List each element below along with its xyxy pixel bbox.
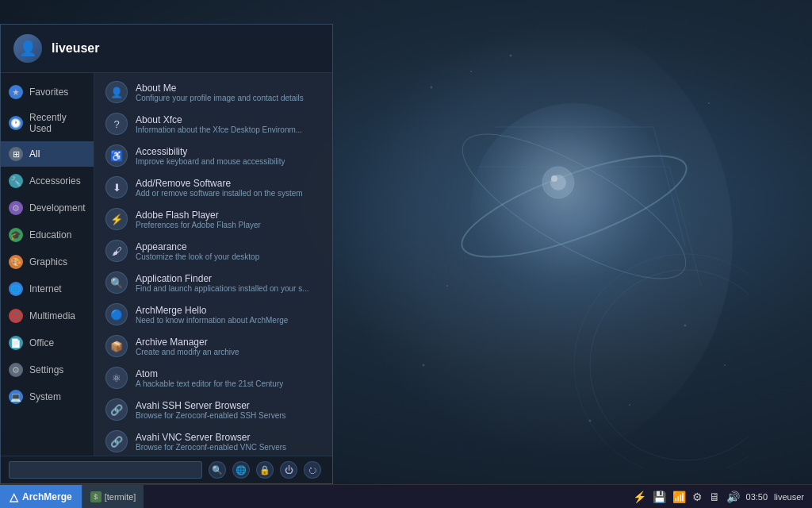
settings-icon[interactable]: ⚙ <box>692 491 703 503</box>
sidebar-item-education[interactable]: 🎓 Education <box>1 222 94 248</box>
sidebar-item-office[interactable]: 📄 Office <box>1 330 94 356</box>
avatar-icon: 👤 <box>19 40 36 57</box>
app-item-appearance[interactable]: 🖌 Appearance Customize the look of your … <box>94 235 332 267</box>
menu-search-bar: 🔍🌐🔒⏻⭮ <box>1 456 332 483</box>
app-text-accessibility: Accessibility Improve keyboard and mouse… <box>136 146 285 166</box>
app-item-archmerge-hello[interactable]: 🔵 ArchMerge Hello Need to know informati… <box>94 298 332 330</box>
sidebar-item-system[interactable]: 💻 System <box>1 384 94 410</box>
app-item-accessibility[interactable]: ♿ Accessibility Improve keyboard and mou… <box>94 140 332 171</box>
app-desc-avahi-vnc: Browse for Zeroconf-enabled VNC Servers <box>136 443 286 452</box>
sidebar-label-favorites: Favorites <box>29 87 68 98</box>
app-desc-adobe-flash-player: Preferences for Adobe Flash Player <box>136 221 261 229</box>
sidebar-item-all[interactable]: ⊞ All <box>1 141 94 167</box>
sidebar-icon-office: 📄 <box>9 336 23 350</box>
taskbar-app-termite[interactable]: $ [termite] <box>82 485 144 508</box>
taskbar-user: liveuser <box>774 492 804 502</box>
start-button[interactable]: △ ArchMerge <box>0 485 82 508</box>
app-item-adobe-flash-player[interactable]: ⚡ Adobe Flash Player Preferences for Ado… <box>94 203 332 235</box>
app-item-avahi-vnc[interactable]: 🔗 Avahi VNC Server Browser Browse for Ze… <box>94 425 332 456</box>
app-icon-avahi-ssh: 🔗 <box>105 398 128 421</box>
sidebar-label-development: Development <box>29 202 86 214</box>
display-icon[interactable]: 🖥 <box>709 491 720 503</box>
app-desc-about-xfce: Information about the Xfce Desktop Envir… <box>136 125 302 134</box>
app-item-application-finder[interactable]: 🔍 Application Finder Find and launch app… <box>94 267 332 298</box>
sidebar-item-recently-used[interactable]: 🕐 Recently Used <box>1 106 94 140</box>
app-title-about-me: About Me <box>136 83 304 94</box>
app-item-add-remove-software[interactable]: ⬇ Add/Remove Software Add or remove soft… <box>94 171 332 203</box>
app-icon-adobe-flash-player: ⚡ <box>105 208 128 230</box>
app-list[interactable]: 👤 About Me Configure your profile image … <box>94 73 332 456</box>
termite-label: [termite] <box>105 492 136 502</box>
svg-point-19 <box>629 404 630 406</box>
svg-point-17 <box>446 285 448 287</box>
application-menu: 👤 liveuser ★ Favorites 🕐 Recently Used ⊞… <box>0 24 333 484</box>
sidebar-item-graphics[interactable]: 🎨 Graphics <box>1 249 94 275</box>
sidebar-item-favorites[interactable]: ★ Favorites <box>1 79 94 105</box>
sidebar-icon-accessories: 🔧 <box>9 174 23 188</box>
app-title-avahi-ssh: Avahi SSH Server Browser <box>136 400 286 411</box>
wifi-btn[interactable]: 🌐 <box>232 461 250 479</box>
app-title-atom: Atom <box>136 368 283 379</box>
svg-point-13 <box>510 55 512 57</box>
sidebar-label-internet: Internet <box>29 283 62 294</box>
app-text-add-remove-software: Add/Remove Software Add or remove softwa… <box>136 178 303 198</box>
lock-btn[interactable]: 🔒 <box>256 461 274 479</box>
app-text-appearance: Appearance Customize the look of your de… <box>136 241 259 261</box>
app-icon-about-xfce: ? <box>105 113 128 135</box>
app-item-atom[interactable]: ⚛ Atom A hackable text editor for the 21… <box>94 362 332 394</box>
app-desc-avahi-ssh: Browse for Zeroconf-enabled SSH Servers <box>136 411 286 420</box>
menu-sidebar: ★ Favorites 🕐 Recently Used ⊞ All 🔧 Acce… <box>1 73 94 456</box>
taskbar-right: ⚡ 💾 📶 ⚙ 🖥 🔊 03:50 liveuser <box>633 491 812 503</box>
user-avatar: 👤 <box>13 34 42 63</box>
app-text-about-me: About Me Configure your profile image an… <box>136 83 304 102</box>
app-item-avahi-ssh[interactable]: 🔗 Avahi SSH Server Browser Browse for Ze… <box>94 394 332 425</box>
app-text-archive-manager: Archive Manager Create and modify an arc… <box>136 337 239 356</box>
search-btn[interactable]: 🔍 <box>209 461 226 479</box>
menu-body: ★ Favorites 🕐 Recently Used ⊞ All 🔧 Acce… <box>1 73 332 456</box>
sidebar-item-settings[interactable]: ⚙ Settings <box>1 357 94 383</box>
app-desc-atom: A hackable text editor for the 21st Cent… <box>136 379 283 388</box>
app-item-about-xfce[interactable]: ? About Xfce Information about the Xfce … <box>94 108 332 140</box>
desktop-artwork <box>352 8 749 468</box>
app-title-archive-manager: Archive Manager <box>136 337 239 348</box>
app-icon-appearance: 🖌 <box>105 240 128 262</box>
sidebar-item-internet[interactable]: 🌐 Internet <box>1 276 94 302</box>
app-icon-archive-manager: 📦 <box>105 335 128 357</box>
username-label: liveuser <box>52 41 99 56</box>
app-item-about-me[interactable]: 👤 About Me Configure your profile image … <box>94 76 332 108</box>
app-desc-accessibility: Improve keyboard and mouse accessibility <box>136 157 285 166</box>
start-icon: △ <box>10 491 18 503</box>
sidebar-icon-internet: 🌐 <box>9 282 23 296</box>
sidebar-item-accessories[interactable]: 🔧 Accessories <box>1 168 94 194</box>
search-input[interactable] <box>9 461 202 479</box>
app-desc-application-finder: Find and launch applications installed o… <box>136 284 308 293</box>
app-icon-accessibility: ♿ <box>105 144 128 167</box>
svg-point-15 <box>684 325 687 327</box>
app-item-archive-manager[interactable]: 📦 Archive Manager Create and modify an a… <box>94 330 332 362</box>
sidebar-label-graphics: Graphics <box>29 256 67 267</box>
app-desc-about-me: Configure your profile image and contact… <box>136 94 304 102</box>
app-desc-appearance: Customize the look of your desktop <box>136 252 259 261</box>
app-title-accessibility: Accessibility <box>136 146 285 157</box>
network-icon[interactable]: 📶 <box>672 491 686 503</box>
sidebar-icon-favorites: ★ <box>9 85 23 99</box>
save-icon[interactable]: 💾 <box>653 491 666 503</box>
app-title-application-finder: Application Finder <box>136 273 308 284</box>
app-icon-about-me: 👤 <box>105 81 128 103</box>
power-btn[interactable]: ⭮ <box>304 461 321 479</box>
app-text-about-xfce: About Xfce Information about the Xfce De… <box>136 114 302 134</box>
volume-icon[interactable]: 🔊 <box>726 491 740 503</box>
logout-btn[interactable]: ⏻ <box>280 461 297 479</box>
sidebar-item-multimedia[interactable]: 🎵 Multimedia <box>1 303 94 329</box>
bluetooth-icon[interactable]: ⚡ <box>633 491 646 503</box>
sidebar-icon-system: 💻 <box>9 390 23 404</box>
app-icon-add-remove-software: ⬇ <box>105 176 128 198</box>
app-icon-archmerge-hello: 🔵 <box>105 303 128 325</box>
sidebar-label-education: Education <box>29 229 71 241</box>
app-title-appearance: Appearance <box>136 241 259 252</box>
sidebar-icon-development: ⚙ <box>9 201 23 215</box>
taskbar: △ ArchMerge $ [termite] ⚡ 💾 📶 ⚙ 🖥 🔊 03:5… <box>0 484 812 508</box>
termite-icon: $ <box>90 491 102 502</box>
app-title-add-remove-software: Add/Remove Software <box>136 178 303 189</box>
sidebar-item-development[interactable]: ⚙ Development <box>1 195 94 221</box>
